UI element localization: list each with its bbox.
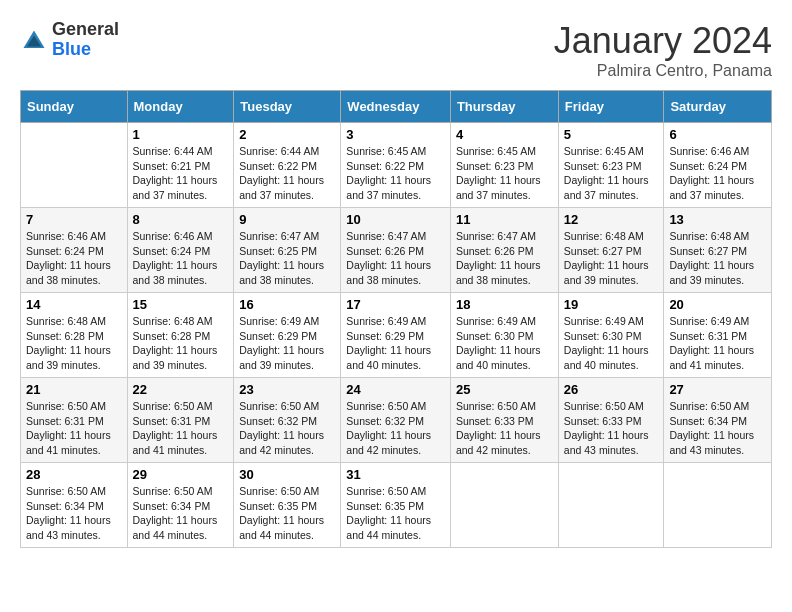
title-block: January 2024 Palmira Centro, Panama xyxy=(554,20,772,80)
calendar-cell: 13 Sunrise: 6:48 AMSunset: 6:27 PMDaylig… xyxy=(664,208,772,293)
cell-text: Sunrise: 6:47 AMSunset: 6:26 PMDaylight:… xyxy=(346,230,431,286)
calendar-cell: 26 Sunrise: 6:50 AMSunset: 6:33 PMDaylig… xyxy=(558,378,664,463)
cell-text: Sunrise: 6:49 AMSunset: 6:29 PMDaylight:… xyxy=(239,315,324,371)
day-number: 26 xyxy=(564,382,659,397)
cell-text: Sunrise: 6:48 AMSunset: 6:27 PMDaylight:… xyxy=(564,230,649,286)
calendar-cell: 22 Sunrise: 6:50 AMSunset: 6:31 PMDaylig… xyxy=(127,378,234,463)
cell-text: Sunrise: 6:47 AMSunset: 6:26 PMDaylight:… xyxy=(456,230,541,286)
day-number: 1 xyxy=(133,127,229,142)
cell-text: Sunrise: 6:50 AMSunset: 6:31 PMDaylight:… xyxy=(133,400,218,456)
cell-text: Sunrise: 6:50 AMSunset: 6:35 PMDaylight:… xyxy=(346,485,431,541)
calendar-cell: 23 Sunrise: 6:50 AMSunset: 6:32 PMDaylig… xyxy=(234,378,341,463)
calendar-cell: 4 Sunrise: 6:45 AMSunset: 6:23 PMDayligh… xyxy=(450,123,558,208)
logo-blue: Blue xyxy=(52,40,119,60)
calendar-cell: 16 Sunrise: 6:49 AMSunset: 6:29 PMDaylig… xyxy=(234,293,341,378)
calendar-cell xyxy=(558,463,664,548)
calendar-cell: 24 Sunrise: 6:50 AMSunset: 6:32 PMDaylig… xyxy=(341,378,451,463)
day-number: 23 xyxy=(239,382,335,397)
calendar-cell xyxy=(450,463,558,548)
cell-text: Sunrise: 6:45 AMSunset: 6:22 PMDaylight:… xyxy=(346,145,431,201)
calendar-cell: 1 Sunrise: 6:44 AMSunset: 6:21 PMDayligh… xyxy=(127,123,234,208)
cell-text: Sunrise: 6:50 AMSunset: 6:34 PMDaylight:… xyxy=(26,485,111,541)
location: Palmira Centro, Panama xyxy=(554,62,772,80)
day-number: 4 xyxy=(456,127,553,142)
day-number: 20 xyxy=(669,297,766,312)
cell-text: Sunrise: 6:46 AMSunset: 6:24 PMDaylight:… xyxy=(133,230,218,286)
day-number: 15 xyxy=(133,297,229,312)
calendar-cell: 6 Sunrise: 6:46 AMSunset: 6:24 PMDayligh… xyxy=(664,123,772,208)
calendar-cell: 27 Sunrise: 6:50 AMSunset: 6:34 PMDaylig… xyxy=(664,378,772,463)
day-number: 14 xyxy=(26,297,122,312)
day-number: 10 xyxy=(346,212,445,227)
calendar-cell: 2 Sunrise: 6:44 AMSunset: 6:22 PMDayligh… xyxy=(234,123,341,208)
cell-text: Sunrise: 6:47 AMSunset: 6:25 PMDaylight:… xyxy=(239,230,324,286)
cell-text: Sunrise: 6:44 AMSunset: 6:22 PMDaylight:… xyxy=(239,145,324,201)
cell-text: Sunrise: 6:48 AMSunset: 6:28 PMDaylight:… xyxy=(133,315,218,371)
calendar-week-row: 14 Sunrise: 6:48 AMSunset: 6:28 PMDaylig… xyxy=(21,293,772,378)
calendar-cell: 10 Sunrise: 6:47 AMSunset: 6:26 PMDaylig… xyxy=(341,208,451,293)
day-number: 7 xyxy=(26,212,122,227)
logo: General Blue xyxy=(20,20,119,60)
calendar-cell: 30 Sunrise: 6:50 AMSunset: 6:35 PMDaylig… xyxy=(234,463,341,548)
calendar-cell: 20 Sunrise: 6:49 AMSunset: 6:31 PMDaylig… xyxy=(664,293,772,378)
calendar-week-row: 7 Sunrise: 6:46 AMSunset: 6:24 PMDayligh… xyxy=(21,208,772,293)
cell-text: Sunrise: 6:50 AMSunset: 6:34 PMDaylight:… xyxy=(133,485,218,541)
calendar-cell: 29 Sunrise: 6:50 AMSunset: 6:34 PMDaylig… xyxy=(127,463,234,548)
calendar-cell: 17 Sunrise: 6:49 AMSunset: 6:29 PMDaylig… xyxy=(341,293,451,378)
cell-text: Sunrise: 6:49 AMSunset: 6:31 PMDaylight:… xyxy=(669,315,754,371)
cell-text: Sunrise: 6:50 AMSunset: 6:35 PMDaylight:… xyxy=(239,485,324,541)
day-number: 6 xyxy=(669,127,766,142)
calendar-cell: 28 Sunrise: 6:50 AMSunset: 6:34 PMDaylig… xyxy=(21,463,128,548)
day-number: 13 xyxy=(669,212,766,227)
cell-text: Sunrise: 6:50 AMSunset: 6:32 PMDaylight:… xyxy=(239,400,324,456)
logo-text: General Blue xyxy=(52,20,119,60)
day-number: 30 xyxy=(239,467,335,482)
calendar-cell: 11 Sunrise: 6:47 AMSunset: 6:26 PMDaylig… xyxy=(450,208,558,293)
calendar-cell: 14 Sunrise: 6:48 AMSunset: 6:28 PMDaylig… xyxy=(21,293,128,378)
calendar-cell: 9 Sunrise: 6:47 AMSunset: 6:25 PMDayligh… xyxy=(234,208,341,293)
cell-text: Sunrise: 6:46 AMSunset: 6:24 PMDaylight:… xyxy=(669,145,754,201)
calendar-cell: 18 Sunrise: 6:49 AMSunset: 6:30 PMDaylig… xyxy=(450,293,558,378)
day-number: 25 xyxy=(456,382,553,397)
weekday-header: Sunday xyxy=(21,91,128,123)
day-number: 27 xyxy=(669,382,766,397)
cell-text: Sunrise: 6:48 AMSunset: 6:28 PMDaylight:… xyxy=(26,315,111,371)
month-year: January 2024 xyxy=(554,20,772,62)
calendar-cell: 12 Sunrise: 6:48 AMSunset: 6:27 PMDaylig… xyxy=(558,208,664,293)
calendar-cell: 21 Sunrise: 6:50 AMSunset: 6:31 PMDaylig… xyxy=(21,378,128,463)
day-number: 29 xyxy=(133,467,229,482)
day-number: 31 xyxy=(346,467,445,482)
cell-text: Sunrise: 6:45 AMSunset: 6:23 PMDaylight:… xyxy=(456,145,541,201)
calendar-table: SundayMondayTuesdayWednesdayThursdayFrid… xyxy=(20,90,772,548)
calendar-cell: 25 Sunrise: 6:50 AMSunset: 6:33 PMDaylig… xyxy=(450,378,558,463)
calendar-week-row: 21 Sunrise: 6:50 AMSunset: 6:31 PMDaylig… xyxy=(21,378,772,463)
calendar-cell xyxy=(21,123,128,208)
weekday-header-row: SundayMondayTuesdayWednesdayThursdayFrid… xyxy=(21,91,772,123)
weekday-header: Monday xyxy=(127,91,234,123)
calendar-cell xyxy=(664,463,772,548)
calendar-week-row: 28 Sunrise: 6:50 AMSunset: 6:34 PMDaylig… xyxy=(21,463,772,548)
cell-text: Sunrise: 6:50 AMSunset: 6:34 PMDaylight:… xyxy=(669,400,754,456)
day-number: 24 xyxy=(346,382,445,397)
calendar-week-row: 1 Sunrise: 6:44 AMSunset: 6:21 PMDayligh… xyxy=(21,123,772,208)
day-number: 11 xyxy=(456,212,553,227)
cell-text: Sunrise: 6:49 AMSunset: 6:29 PMDaylight:… xyxy=(346,315,431,371)
calendar-cell: 31 Sunrise: 6:50 AMSunset: 6:35 PMDaylig… xyxy=(341,463,451,548)
day-number: 18 xyxy=(456,297,553,312)
calendar-cell: 8 Sunrise: 6:46 AMSunset: 6:24 PMDayligh… xyxy=(127,208,234,293)
day-number: 19 xyxy=(564,297,659,312)
day-number: 21 xyxy=(26,382,122,397)
cell-text: Sunrise: 6:49 AMSunset: 6:30 PMDaylight:… xyxy=(564,315,649,371)
day-number: 22 xyxy=(133,382,229,397)
day-number: 3 xyxy=(346,127,445,142)
weekday-header: Wednesday xyxy=(341,91,451,123)
cell-text: Sunrise: 6:48 AMSunset: 6:27 PMDaylight:… xyxy=(669,230,754,286)
calendar-cell: 15 Sunrise: 6:48 AMSunset: 6:28 PMDaylig… xyxy=(127,293,234,378)
calendar-cell: 5 Sunrise: 6:45 AMSunset: 6:23 PMDayligh… xyxy=(558,123,664,208)
calendar-cell: 3 Sunrise: 6:45 AMSunset: 6:22 PMDayligh… xyxy=(341,123,451,208)
cell-text: Sunrise: 6:50 AMSunset: 6:32 PMDaylight:… xyxy=(346,400,431,456)
calendar-cell: 19 Sunrise: 6:49 AMSunset: 6:30 PMDaylig… xyxy=(558,293,664,378)
logo-general: General xyxy=(52,20,119,40)
logo-icon xyxy=(20,27,48,55)
cell-text: Sunrise: 6:49 AMSunset: 6:30 PMDaylight:… xyxy=(456,315,541,371)
